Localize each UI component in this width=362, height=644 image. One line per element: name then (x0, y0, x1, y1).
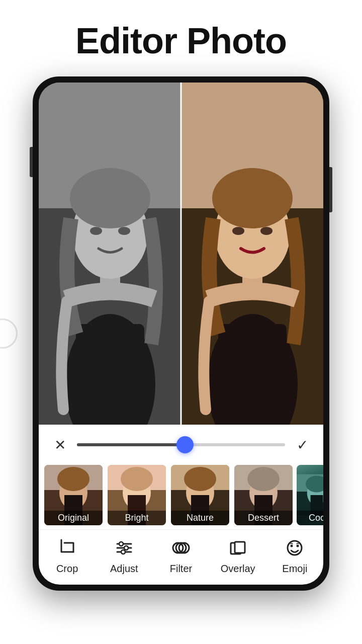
filter-thumb-bright: Bright (108, 465, 166, 525)
filter-icon (169, 536, 193, 560)
svg-rect-4 (76, 324, 144, 425)
filter-item-coc[interactable]: Coc (297, 465, 323, 525)
filter-item-dessert[interactable]: Dessert (233, 465, 294, 525)
svg-point-57 (291, 545, 293, 547)
photo-bw (39, 83, 181, 425)
filter-item-nature[interactable]: Nature (170, 465, 230, 525)
toolbar: Crop Adjust (39, 529, 323, 585)
svg-point-33 (184, 467, 216, 491)
overlay-icon (226, 536, 250, 560)
phone-frame: ✕ ✓ (33, 76, 329, 591)
tool-adjust[interactable]: Adjust (99, 536, 149, 575)
slider-track[interactable] (77, 443, 285, 446)
svg-rect-14 (218, 324, 287, 425)
confirm-button[interactable]: ✓ (291, 434, 313, 456)
filter-label-bright: Bright (108, 511, 166, 525)
svg-point-9 (118, 227, 130, 235)
filter-thumb-coc: Coc (297, 465, 323, 525)
svg-point-8 (90, 227, 102, 235)
svg-point-28 (121, 467, 153, 491)
svg-point-23 (57, 467, 89, 491)
comparison-divider (180, 83, 182, 425)
filter-label-nature: Nature (171, 511, 229, 525)
filter-item-original[interactable]: Original (43, 465, 104, 525)
svg-point-50 (121, 550, 125, 554)
tool-filter[interactable]: Filter (156, 536, 206, 575)
close-button[interactable]: ✕ (49, 434, 71, 456)
phone-inner: ✕ ✓ (39, 83, 323, 585)
photo-comparison[interactable] (39, 83, 323, 425)
photo-color (181, 83, 323, 425)
page-title: Editor Photo (0, 0, 362, 76)
filters-row: Original Bright (39, 465, 323, 529)
filter-item-bright[interactable]: Bright (107, 465, 167, 525)
svg-point-48 (119, 542, 123, 546)
adjust-icon (112, 536, 136, 560)
slider-area: ✕ ✓ (39, 425, 323, 465)
svg-point-58 (297, 545, 299, 547)
filter-thumb-dessert: Dessert (234, 465, 293, 525)
svg-point-19 (260, 227, 273, 235)
crop-icon (55, 536, 79, 560)
filter-thumb-original: Original (44, 465, 103, 525)
emoji-icon (283, 536, 307, 560)
tool-emoji[interactable]: Emoji (269, 536, 320, 575)
filter-thumb-nature: Nature (171, 465, 229, 525)
filter-label-dessert: Dessert (234, 511, 293, 525)
tool-crop-label: Crop (56, 563, 78, 575)
side-decoration (0, 318, 18, 349)
phone-wrapper: ✕ ✓ (0, 76, 362, 591)
tool-crop[interactable]: Crop (42, 536, 93, 575)
svg-point-38 (247, 467, 280, 491)
tool-filter-label: Filter (170, 563, 192, 575)
svg-rect-55 (235, 542, 245, 553)
tool-overlay-label: Overlay (221, 563, 255, 575)
tool-adjust-label: Adjust (110, 563, 138, 575)
svg-point-17 (212, 168, 293, 228)
svg-point-18 (232, 227, 244, 235)
slider-fill (77, 443, 185, 446)
svg-point-7 (70, 168, 150, 228)
tool-emoji-label: Emoji (282, 563, 307, 575)
slider-thumb[interactable] (176, 436, 194, 453)
svg-point-49 (124, 546, 128, 550)
filter-label-coc: Coc (297, 511, 323, 525)
tool-overlay[interactable]: Overlay (213, 536, 263, 575)
filter-label-original: Original (44, 511, 103, 525)
